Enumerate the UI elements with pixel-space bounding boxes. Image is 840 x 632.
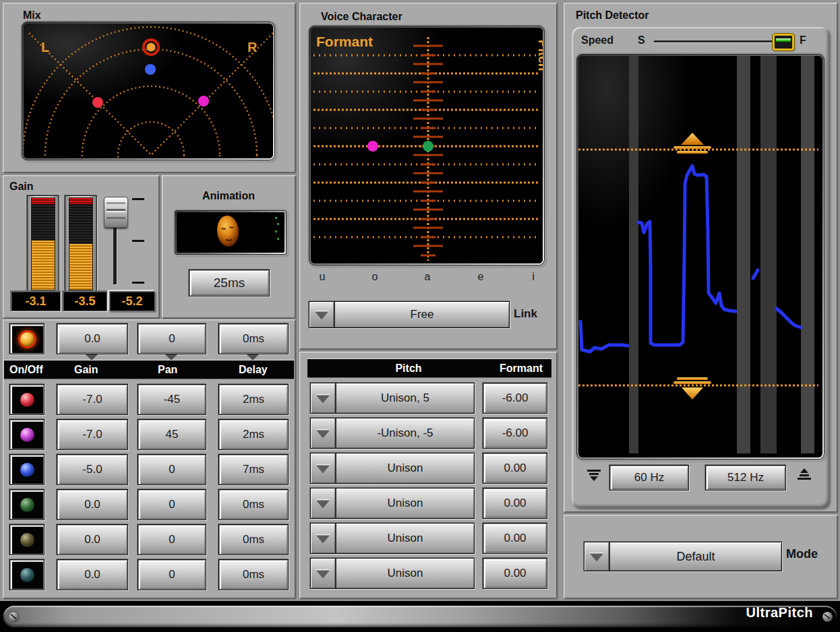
fader-tick-bottom	[132, 282, 144, 284]
voice2-gain-button[interactable]: -7.0	[57, 419, 128, 450]
voice2-pan-button[interactable]: 45	[138, 419, 206, 450]
pitch-detector-display[interactable]	[578, 56, 822, 457]
master-delay-button[interactable]: 0ms	[218, 323, 289, 354]
voice3-delay-button[interactable]: 7ms	[218, 454, 289, 485]
pitch1-dropdown[interactable]: Unison, 5	[310, 383, 475, 414]
mode-panel: Default Mode	[564, 515, 837, 598]
min-freq-button[interactable]: 60 Hz	[609, 465, 689, 491]
link-mode-dropdown[interactable]: Free	[309, 301, 510, 328]
mix-display[interactable]: L R	[24, 24, 273, 158]
voice-character-title: Voice Character	[321, 11, 402, 23]
screw-right-icon	[822, 612, 833, 622]
voice3-onoff-button[interactable]	[9, 454, 44, 485]
link-mode-dropdown-arrow-icon[interactable]	[309, 302, 335, 327]
speed-fast-label: F	[800, 34, 806, 46]
animation-latency-button[interactable]: 25ms	[189, 270, 270, 296]
voice4-delay-button[interactable]: 0ms	[218, 489, 289, 520]
formant3-button[interactable]: 0.00	[483, 453, 547, 484]
pitch2-dropdown-arrow-icon[interactable]	[311, 418, 336, 448]
pitch-detector-display-frame	[576, 54, 824, 460]
fader-tick-top	[132, 198, 144, 200]
voices-panel: 0.0 0 0ms On/Off Gain Pan Delay -7.0 -45…	[3, 319, 295, 598]
speed-slider-handle[interactable]	[773, 34, 794, 51]
formant1-button[interactable]: -6.00	[483, 383, 547, 414]
voice1-pan-button[interactable]: -45	[138, 384, 206, 415]
vowel-u: u	[315, 271, 330, 283]
formant4-button[interactable]: 0.00	[483, 488, 547, 519]
pitch6-dropdown-arrow-icon[interactable]	[311, 559, 336, 588]
pitch1-dropdown-arrow-icon[interactable]	[311, 383, 336, 413]
header-onoff: On/Off	[9, 360, 43, 379]
min-freq-decrease-icon[interactable]	[587, 469, 603, 482]
voice5-onoff-button[interactable]	[9, 524, 44, 555]
voice4-gain-button[interactable]: 0.0	[57, 489, 128, 520]
gain-meter-left	[27, 195, 59, 292]
voice-character-display[interactable]: Formant Pitch	[311, 28, 543, 263]
mix-display-frame: L R	[22, 22, 275, 160]
meter-right-readout: -3.5	[63, 291, 107, 311]
header-delay: Delay	[239, 360, 268, 379]
formant5-button[interactable]: 0.00	[483, 523, 547, 554]
pitch5-dropdown-arrow-icon[interactable]	[311, 524, 336, 553]
voice1-delay-button[interactable]: 2ms	[218, 384, 289, 415]
header-gain: Gain	[74, 360, 98, 379]
voice4-onoff-button[interactable]	[9, 489, 44, 520]
voice3-pan-button[interactable]: 0	[138, 454, 206, 485]
voice6-pan-button[interactable]: 0	[138, 559, 206, 590]
pitch5-dropdown[interactable]: Unison	[310, 523, 475, 554]
formant2-button[interactable]: -6.00	[483, 418, 547, 449]
mode-dropdown-arrow-icon[interactable]	[584, 542, 610, 571]
mode-dropdown[interactable]: Default	[584, 542, 782, 571]
pitch-formant-panel: Pitch Formant Unison, 5 -6.00 -Unison, -…	[299, 352, 557, 598]
pitch-axis-label: Pitch	[536, 40, 543, 71]
vowel-i: i	[526, 271, 541, 283]
mode-label: Mode	[786, 547, 818, 561]
pitch4-dropdown[interactable]: Unison	[310, 488, 475, 519]
voice4-pan-button[interactable]: 0	[138, 489, 206, 520]
speed-slider-track[interactable]	[654, 40, 773, 42]
pitch3-dropdown-arrow-icon[interactable]	[311, 453, 336, 483]
voice3-gain-button[interactable]: -5.0	[57, 454, 128, 485]
pitch-detector-title: Pitch Detector	[576, 9, 649, 22]
master-pan-button[interactable]: 0	[138, 323, 206, 354]
mix-voice-dot-blue[interactable]	[145, 64, 156, 75]
voice5-gain-button[interactable]: 0.0	[57, 524, 128, 555]
mix-right-channel-label: R	[247, 40, 258, 55]
gain-fader-handle[interactable]	[104, 197, 128, 228]
mix-voice-dot-master[interactable]	[147, 43, 156, 52]
voice1-led-icon	[20, 393, 34, 407]
voice1-onoff-button[interactable]	[9, 384, 44, 415]
voice1-gain-button[interactable]: -7.0	[57, 384, 128, 415]
pan-column-pointer-icon	[165, 354, 177, 360]
mix-radar-graphic: L R	[24, 24, 273, 158]
pitch6-dropdown[interactable]: Unison	[310, 558, 475, 589]
master-gain-button[interactable]: 0.0	[57, 323, 128, 354]
voice6-gain-button[interactable]: 0.0	[57, 559, 128, 590]
max-freq-increase-icon[interactable]	[797, 468, 813, 481]
formant6-button[interactable]: 0.00	[483, 558, 547, 589]
voice5-pan-button[interactable]: 0	[138, 524, 206, 555]
brand-bar-background	[3, 606, 837, 627]
voice6-onoff-button[interactable]	[9, 559, 44, 590]
formant-dot-magenta[interactable]	[367, 141, 378, 152]
voice2-led-icon	[20, 428, 34, 442]
max-freq-button[interactable]: 512 Hz	[705, 465, 786, 491]
header-pan: Pan	[158, 360, 177, 379]
voice2-onoff-button[interactable]	[9, 419, 44, 450]
voice5-delay-button[interactable]: 0ms	[218, 524, 289, 555]
link-label: Link	[514, 307, 537, 321]
vowel-e: e	[473, 271, 488, 283]
brand-logo: UltraPitch	[746, 605, 813, 621]
mix-voice-dot-red[interactable]	[92, 97, 103, 108]
voice2-delay-button[interactable]: 2ms	[218, 419, 289, 450]
mix-left-channel-label: L	[41, 40, 49, 55]
speed-slow-label: S	[638, 34, 645, 46]
voice6-delay-button[interactable]: 0ms	[218, 559, 289, 590]
pitch3-dropdown[interactable]: Unison	[310, 453, 475, 484]
formant-dot-green[interactable]	[423, 141, 433, 152]
speed-label: Speed	[581, 34, 613, 46]
master-onoff-button[interactable]	[9, 323, 44, 354]
pitch4-dropdown-arrow-icon[interactable]	[311, 488, 336, 518]
pitch2-dropdown[interactable]: -Unison, -5	[310, 418, 475, 449]
mix-voice-dot-magenta[interactable]	[198, 96, 209, 106]
